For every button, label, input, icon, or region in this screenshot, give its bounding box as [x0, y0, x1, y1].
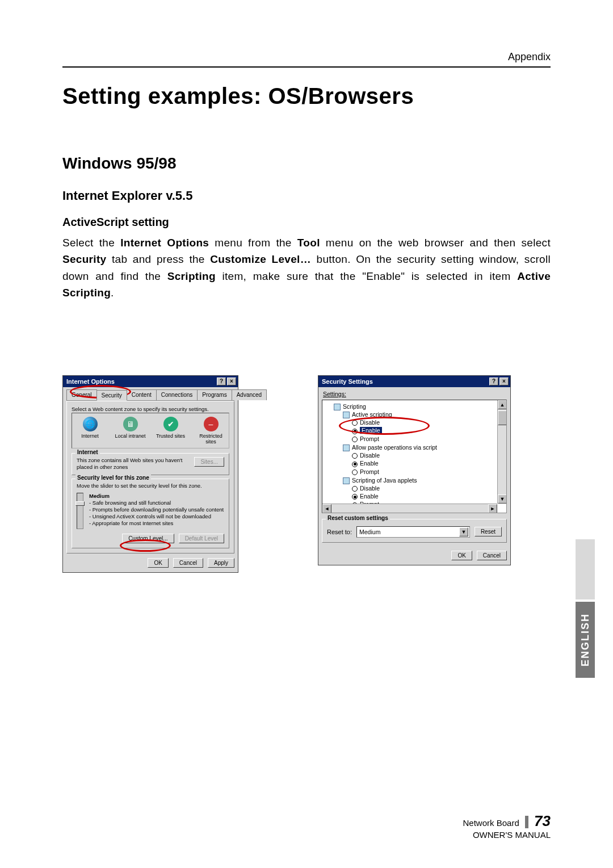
opt-disable: Disable — [360, 452, 380, 459]
gear-icon — [343, 477, 350, 484]
text: tab and press the — [106, 253, 210, 265]
radio-icon[interactable] — [352, 429, 358, 434]
apply-button[interactable]: Apply — [208, 558, 234, 568]
text: . — [111, 287, 114, 299]
tab-security[interactable]: Security — [96, 390, 127, 401]
ok-button[interactable]: OK — [148, 558, 168, 568]
sites-button[interactable]: Sites... — [194, 457, 224, 467]
reset-to-label: Reset to: — [327, 529, 352, 535]
scroll-thumb[interactable] — [498, 410, 507, 425]
radio-icon[interactable] — [352, 486, 358, 492]
zone-local-intranet[interactable]: 🖥 Local intranet — [114, 417, 147, 445]
cancel-button[interactable]: Cancel — [173, 558, 203, 568]
opt-enable: Enable — [360, 427, 382, 434]
bold-tool: Tool — [297, 237, 320, 249]
bold-scripting: Scripting — [167, 270, 216, 282]
internet-options-dialog: Internet Options ? × General Security Co… — [62, 375, 238, 573]
text: Select the — [62, 237, 120, 249]
opt-disable: Disable — [360, 485, 380, 492]
ok-button[interactable]: OK — [451, 551, 472, 560]
radio-icon[interactable] — [352, 453, 358, 459]
close-icon[interactable]: × — [227, 378, 236, 385]
help-icon[interactable]: ? — [217, 378, 226, 385]
close-icon[interactable]: × — [499, 378, 509, 385]
opt-disable: Disable — [360, 419, 380, 426]
zone-label: Trusted sites — [154, 433, 187, 439]
help-icon[interactable]: ? — [489, 378, 498, 385]
instruction-paragraph: Select the Internet Options menu from th… — [62, 234, 551, 301]
heading-os: Windows 95/98 — [62, 154, 551, 173]
check-icon: ✔ — [163, 417, 178, 431]
scrollbar-horizontal[interactable]: ◄ ► — [322, 504, 497, 513]
scroll-down-icon[interactable]: ▼ — [498, 494, 507, 504]
tab-general[interactable]: General — [66, 389, 97, 400]
chevron-down-icon[interactable]: ▼ — [459, 527, 468, 536]
zone-label: Restricted sites — [194, 433, 228, 445]
header-section: Appendix — [62, 51, 551, 68]
scroll-up-icon[interactable]: ▲ — [498, 400, 507, 409]
tree-allow-paste: Allow paste operations via script — [352, 444, 437, 451]
page-footer: Network Board 73 OWNER'S MANUAL — [463, 812, 551, 840]
radio-icon[interactable] — [352, 469, 358, 475]
reset-value: Medium — [359, 529, 380, 535]
tab-content[interactable]: Content — [127, 389, 157, 400]
globe-icon: 🌐 — [83, 417, 98, 431]
zone-label: Local intranet — [114, 433, 147, 439]
zone-restricted-sites[interactable]: – Restricted sites — [194, 417, 228, 445]
zone-description: This zone contains all Web sites you hav… — [77, 457, 191, 471]
dialog-title: Security Settings — [322, 378, 373, 385]
settings-label: Settings: — [323, 391, 507, 397]
radio-icon[interactable] — [352, 494, 358, 500]
reset-group-title: Reset custom settings — [326, 515, 390, 521]
bold-internet-options: Internet Options — [120, 237, 209, 249]
language-tab: ENGLISH — [576, 602, 595, 678]
gear-icon — [343, 412, 350, 418]
level-hint: Move the slider to set the security leve… — [77, 483, 224, 489]
zone-group-title: Internet — [75, 449, 100, 455]
scroll-right-icon[interactable]: ► — [488, 504, 497, 513]
default-level-button[interactable]: Default Level — [179, 534, 224, 543]
radio-icon[interactable] — [352, 462, 358, 467]
radio-icon[interactable] — [352, 437, 358, 442]
level-bullet: - Safe browsing and still functional — [89, 500, 171, 506]
zone-label: Internet — [73, 433, 107, 439]
scroll-left-icon[interactable]: ◄ — [322, 504, 331, 513]
tab-programs[interactable]: Programs — [197, 389, 232, 400]
security-slider[interactable] — [77, 493, 83, 529]
opt-prompt: Prompt — [360, 435, 379, 442]
zone-trusted-sites[interactable]: ✔ Trusted sites — [154, 417, 187, 445]
minus-icon: – — [204, 417, 219, 431]
tree-active-scripting: Active scripting — [352, 411, 392, 418]
tab-advanced[interactable]: Advanced — [232, 389, 267, 400]
gear-icon — [343, 445, 350, 451]
level-bullet: - Prompts before downloading potentially… — [89, 506, 224, 513]
reset-combobox[interactable]: Medium ▼ — [356, 526, 470, 538]
bold-security: Security — [62, 253, 106, 265]
radio-icon[interactable] — [352, 420, 358, 426]
divider — [525, 816, 528, 828]
opt-enable: Enable — [360, 493, 379, 500]
level-name: Medium — [89, 493, 110, 499]
security-settings-dialog: Security Settings ? × Settings: Scriptin… — [318, 375, 511, 565]
page-number: 73 — [534, 812, 551, 829]
reset-button[interactable]: Reset — [475, 527, 502, 536]
heading-activescript: ActiveScript setting — [62, 216, 551, 229]
text: menu on the web browser and then select — [320, 237, 551, 249]
intranet-icon: 🖥 — [123, 417, 138, 431]
tree-java-applets: Scripting of Java applets — [352, 477, 417, 484]
opt-enable: Enable — [360, 460, 379, 467]
opt-prompt: Prompt — [360, 468, 379, 475]
side-tab-placeholder — [576, 539, 595, 599]
settings-tree[interactable]: Scripting Active scripting Disable Enabl… — [322, 400, 507, 513]
custom-level-button[interactable]: Custom Level... — [122, 534, 174, 543]
level-bullet: - Appropriate for most Internet sites — [89, 520, 173, 526]
zone-hint: Select a Web content zone to specify its… — [72, 406, 229, 413]
tab-connections[interactable]: Connections — [156, 389, 198, 400]
heading-browser: Internet Explorer v.5.5 — [62, 188, 551, 203]
dialog-title: Internet Options — [66, 378, 115, 385]
cancel-button[interactable]: Cancel — [477, 551, 507, 560]
tab-bar: General Security Content Connections Pro… — [66, 389, 234, 401]
zone-internet[interactable]: 🌐 Internet — [73, 417, 107, 445]
page-title: Setting examples: OS/Browsers — [62, 83, 551, 109]
scrollbar-vertical[interactable]: ▲ ▼ — [497, 400, 506, 504]
